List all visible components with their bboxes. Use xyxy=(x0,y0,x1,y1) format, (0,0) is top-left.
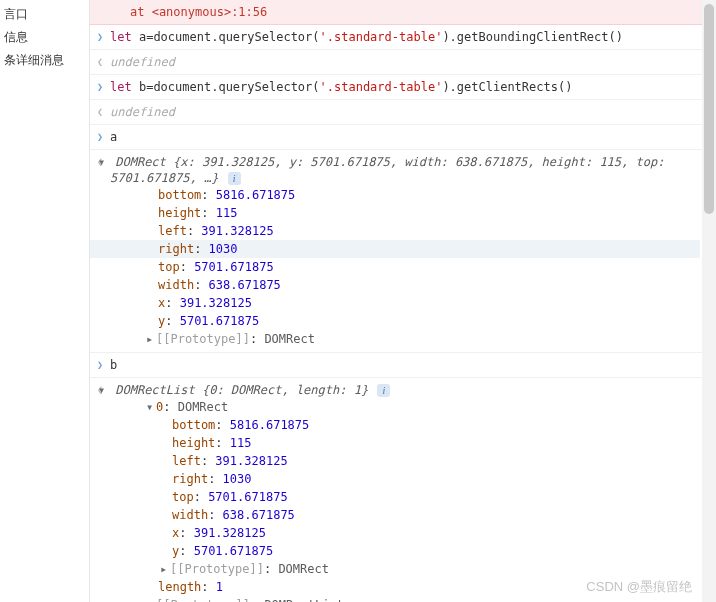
sidebar-item[interactable]: 言口 xyxy=(4,6,85,23)
code-line: b xyxy=(110,357,700,373)
expand-caret-icon[interactable] xyxy=(98,154,108,170)
object-summary[interactable]: DOMRect {x: 391.328125, y: 5701.671875, … xyxy=(110,155,664,185)
return-value: undefined xyxy=(110,104,700,120)
expand-caret-icon[interactable] xyxy=(146,330,156,348)
console-input-row[interactable]: a xyxy=(90,125,716,150)
expand-caret-icon[interactable] xyxy=(146,596,156,602)
output-chevron-icon xyxy=(90,104,110,120)
property-tree: bottom: 5816.671875 height: 115 left: 39… xyxy=(110,186,700,348)
code-line: let a=document.querySelector('.standard-… xyxy=(110,29,700,45)
console-return-row: undefined xyxy=(90,50,716,75)
object-summary[interactable]: DOMRectList {0: DOMRect, length: 1} xyxy=(115,383,375,397)
error-line: at <anonymous>:1:56 xyxy=(90,0,716,25)
expand-caret-icon[interactable] xyxy=(160,560,170,578)
sidebar-item[interactable]: 信息 xyxy=(4,29,85,46)
object-expansion: DOMRectList {0: DOMRect, length: 1} i 0:… xyxy=(110,382,700,602)
input-chevron-icon xyxy=(90,29,110,45)
scrollbar-thumb[interactable] xyxy=(704,4,714,214)
return-value: undefined xyxy=(110,54,700,70)
console-return-row: undefined xyxy=(90,100,716,125)
input-chevron-icon xyxy=(90,79,110,95)
error-text: at <anonymous>:1:56 xyxy=(130,4,700,20)
info-icon[interactable]: i xyxy=(228,172,241,185)
info-icon[interactable]: i xyxy=(377,384,390,397)
input-chevron-icon xyxy=(90,357,110,373)
console-panel: at <anonymous>:1:56 let a=document.query… xyxy=(90,0,716,602)
console-input-row[interactable]: let b=document.querySelector('.standard-… xyxy=(90,75,716,100)
scrollbar-track[interactable] xyxy=(702,0,716,602)
expand-caret-icon[interactable] xyxy=(98,382,108,398)
console-object-row: DOMRectList {0: DOMRect, length: 1} i 0:… xyxy=(90,378,716,602)
console-object-row: DOMRect {x: 391.328125, y: 5701.671875, … xyxy=(90,150,716,353)
expand-caret-icon[interactable] xyxy=(146,398,156,416)
code-line: a xyxy=(110,129,700,145)
sidebar: 言口 信息 条详细消息 xyxy=(0,0,90,602)
input-chevron-icon xyxy=(90,129,110,145)
code-line: let b=document.querySelector('.standard-… xyxy=(110,79,700,95)
sidebar-item[interactable]: 条详细消息 xyxy=(4,52,85,69)
console-input-row[interactable]: let a=document.querySelector('.standard-… xyxy=(90,25,716,50)
console-input-row[interactable]: b xyxy=(90,353,716,378)
output-chevron-icon xyxy=(90,54,110,70)
property-tree: 0: DOMRect bottom: 5816.671875 height: 1… xyxy=(110,398,700,602)
object-expansion: DOMRect {x: 391.328125, y: 5701.671875, … xyxy=(110,154,700,348)
